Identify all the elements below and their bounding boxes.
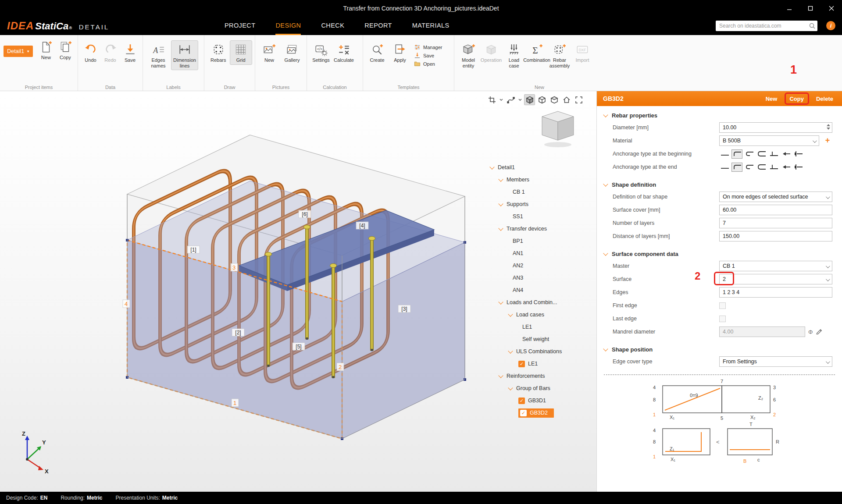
gallery-button[interactable]: Gallery — [281, 40, 303, 65]
3d-viewport[interactable]: 3 4 2 1 [1] [2] [3] [4] [5] [6] — [0, 91, 596, 492]
search-input[interactable] — [719, 23, 809, 29]
panel-new-button[interactable]: New — [766, 96, 778, 102]
tree-item-detail1[interactable]: Detail1 — [488, 161, 596, 174]
info-icon[interactable] — [826, 21, 835, 30]
tree-item-uls-combinations[interactable]: ULS Combinations — [488, 345, 596, 358]
tree-item-self-weight[interactable]: Self weight — [488, 333, 596, 345]
tree-item-gb3d2[interactable]: GB3D2 — [488, 407, 596, 419]
pencil-icon[interactable] — [816, 327, 823, 336]
tree-item-gb3d1[interactable]: GB3D1 — [488, 394, 596, 407]
tree-item-cb1[interactable]: CB 1 — [488, 186, 596, 198]
tree-item-an1[interactable]: AN1 — [488, 247, 596, 259]
template-save-button[interactable]: Save — [414, 52, 442, 59]
material-select[interactable]: B 500B — [719, 135, 819, 146]
spline-icon[interactable] — [505, 94, 516, 105]
tree-item-an2[interactable]: AN2 — [488, 259, 596, 272]
new-project-item-button[interactable]: New — [36, 38, 56, 62]
anchorage-head-plate-icon[interactable] — [793, 149, 804, 159]
picture-new-button[interactable]: New — [258, 40, 281, 65]
close-icon[interactable] — [821, 0, 842, 17]
anchorage-straight-icon[interactable] — [719, 163, 730, 172]
tab-check[interactable]: CHECK — [321, 17, 344, 35]
nav-cube[interactable] — [538, 108, 578, 148]
anchorage-leg-icon[interactable] — [768, 149, 779, 159]
t 8ab-report[interactable]: REPORT — [364, 17, 392, 35]
surface-select[interactable]: 2 — [719, 274, 832, 284]
tab-materials[interactable]: MATERIALS — [412, 17, 450, 35]
checkbox-icon[interactable] — [520, 410, 527, 416]
section-shape-position[interactable]: Shape position — [597, 344, 842, 355]
rebars-button[interactable]: Rebars — [207, 40, 230, 65]
minimize-icon[interactable] — [779, 0, 800, 17]
anchorage-head-plate-icon[interactable] — [793, 163, 804, 172]
panel-delete-button[interactable]: Delete — [816, 96, 833, 102]
bar-shape-select[interactable]: On more edges of selected surface — [719, 192, 832, 202]
operation-button[interactable]: Operation — [480, 40, 503, 65]
anchorage-leg-icon[interactable] — [768, 163, 779, 172]
crop-icon[interactable] — [486, 94, 497, 105]
grid-button[interactable]: Grid — [230, 40, 253, 65]
template-open-button[interactable]: Open — [414, 60, 442, 67]
copy-project-item-button[interactable]: Copy — [56, 38, 75, 62]
zoom-fit-icon[interactable] — [573, 94, 584, 105]
tree-item-ss1[interactable]: SS1 — [488, 210, 596, 223]
section-rebar-properties[interactable]: Rebar properties — [597, 110, 842, 121]
tree-item-group-of-bars[interactable]: Group of Bars — [488, 382, 596, 394]
anchorage-hook-90-icon[interactable] — [731, 149, 742, 159]
anchorage-hook-135-icon[interactable] — [744, 163, 755, 172]
checkbox-icon[interactable] — [518, 398, 525, 404]
tree-item-le1[interactable]: LE1 — [488, 321, 596, 333]
section-view-icon[interactable] — [549, 94, 560, 105]
dimension-lines-button[interactable]: Dimension lines — [171, 40, 198, 70]
model-entity-button[interactable]: Model entity — [457, 40, 480, 70]
dxf-import-button[interactable]: DXF Import — [571, 40, 594, 65]
undo-button[interactable]: Undo — [81, 40, 100, 65]
master-select[interactable]: CB 1 — [719, 261, 832, 271]
mandrel-diameter-input[interactable] — [719, 327, 805, 337]
calculate-button[interactable]: Calculate — [332, 40, 355, 65]
wireframe-view-icon[interactable] — [536, 94, 547, 105]
tab-design[interactable]: DESIGN — [275, 17, 301, 35]
tree-item-bp1[interactable]: BP1 — [488, 235, 596, 247]
detail1-dropdown[interactable]: Detail1▾ — [4, 46, 33, 57]
template-create-button[interactable]: Create — [366, 40, 389, 65]
number-of-layers-input[interactable] — [719, 218, 832, 228]
tree-item-transfer-devices[interactable]: Transfer devices — [488, 223, 596, 235]
template-apply-button[interactable]: Apply — [389, 40, 411, 65]
load-case-button[interactable]: Load case — [503, 40, 525, 70]
anchorage-hook-180-icon[interactable] — [756, 163, 767, 172]
edges-input[interactable] — [719, 287, 832, 298]
surface-cover-input[interactable] — [719, 205, 832, 215]
redo-button[interactable]: Redo — [100, 40, 120, 65]
tab-project[interactable]: PROJECT — [225, 17, 255, 35]
anchorage-straight-icon[interactable] — [719, 149, 730, 159]
tree-item-load-cases[interactable]: Load cases — [488, 309, 596, 321]
tree-item-members[interactable]: Members — [488, 174, 596, 186]
anchorage-hook-135-icon[interactable] — [744, 149, 755, 159]
combination-button[interactable]: Σ Combination — [525, 40, 548, 65]
tree-item-uls-le1[interactable]: LE1 — [488, 358, 596, 370]
chevron-down-icon[interactable] — [517, 94, 523, 105]
add-material-button[interactable]: + — [823, 136, 832, 145]
home-icon[interactable] — [561, 94, 572, 105]
tree-item-an4[interactable]: AN4 — [488, 284, 596, 296]
anchorage-wedge-icon[interactable] — [781, 149, 792, 159]
layer-distance-input[interactable] — [719, 231, 832, 241]
chevron-down-icon[interactable] — [499, 94, 504, 105]
rebar-assembly-button[interactable]: Rebar assembly — [548, 40, 571, 70]
spinner-icon[interactable] — [827, 124, 830, 130]
first-edge-checkbox[interactable] — [719, 302, 726, 309]
section-shape-definition[interactable]: Shape definition — [597, 179, 842, 190]
tree-item-an3[interactable]: AN3 — [488, 272, 596, 284]
edges-names-button[interactable]: A Edges names — [146, 40, 171, 70]
calculation-settings-button[interactable]: </> Settings — [310, 40, 332, 65]
edge-cover-type-select[interactable]: From Settings — [719, 356, 832, 367]
solid-view-icon[interactable] — [524, 94, 535, 105]
anchorage-hook-180-icon[interactable] — [756, 149, 767, 159]
last-edge-checkbox[interactable] — [719, 316, 726, 322]
tree-item-reinforcements[interactable]: Reinforcements — [488, 370, 596, 382]
checkbox-icon[interactable] — [518, 361, 525, 367]
diameter-input[interactable] — [719, 122, 832, 133]
anchorage-hook-90-icon[interactable] — [731, 163, 742, 172]
search-icon[interactable] — [809, 22, 816, 29]
